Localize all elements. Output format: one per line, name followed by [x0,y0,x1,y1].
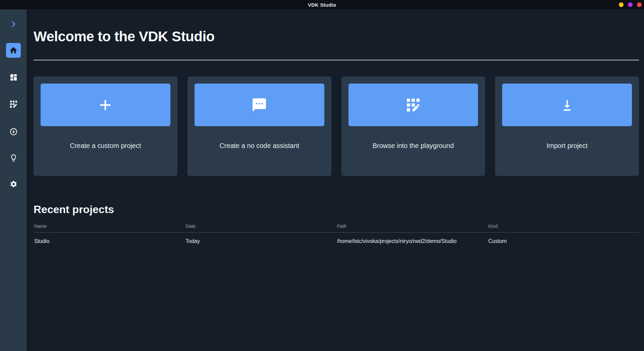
card-label: Browse into the playground [341,142,485,150]
import-project-button[interactable] [502,84,632,126]
recent-projects-table: Name Date Path Kind Studio Today /home/l… [34,216,639,250]
sidebar-item-settings[interactable] [6,177,21,191]
sidebar [0,9,28,351]
title-divider [34,60,639,60]
titlebar: VDK Studio [0,0,644,9]
close-dot[interactable] [637,2,642,7]
app-registration-icon [9,100,18,108]
action-cards: Create a custom project Create a no code… [34,77,639,176]
sidebar-item-models[interactable] [6,97,21,111]
cell-path: /home/loic/vivoka/projects/niryo/ned2/de… [336,238,488,244]
column-header-path: Path [336,223,488,229]
column-header-kind: Kind [488,223,639,229]
window-controls [619,0,642,9]
sidebar-item-home[interactable] [6,43,21,58]
sidebar-expand-button[interactable] [6,17,21,32]
table-row[interactable]: Studio Today /home/loic/vivoka/projects/… [34,233,639,250]
recent-projects-title: Recent projects [34,203,639,216]
main-content: Welcome to the VDK Studio Create a custo… [28,9,644,351]
lightbulb-icon [9,154,18,162]
maximize-dot[interactable] [628,2,633,7]
sidebar-item-dashboard[interactable] [6,70,21,85]
home-icon [9,46,18,55]
app-registration-icon [406,97,421,113]
minimize-dot[interactable] [619,2,624,7]
download-icon [560,98,575,112]
create-no-code-assistant-button[interactable] [195,84,324,126]
card-create-custom-project[interactable]: Create a custom project [34,77,177,176]
cell-kind: Custom [488,238,639,244]
download-circle-icon [9,128,18,136]
card-label: Import project [495,142,639,150]
card-label: Create a no code assistant [187,142,331,150]
table-header-row: Name Date Path Kind [34,216,639,233]
cell-name: Studio [34,238,185,244]
cell-date: Today [185,238,336,244]
sidebar-item-ideas[interactable] [6,150,21,165]
card-import-project[interactable]: Import project [495,77,639,176]
column-header-date: Date [185,223,336,229]
plus-icon [98,97,113,113]
browse-playground-button[interactable] [348,84,478,126]
window-title: VDK Studio [308,2,336,8]
dashboard-icon [9,73,18,82]
app-frame: Welcome to the VDK Studio Create a custo… [0,9,644,351]
gear-icon [10,180,17,188]
chat-icon [251,97,267,113]
sidebar-item-downloads[interactable] [6,124,21,139]
create-custom-project-button[interactable] [41,84,170,126]
card-label: Create a custom project [34,142,177,150]
card-browse-playground[interactable]: Browse into the playground [341,77,485,176]
chevron-right-icon [9,20,17,28]
card-create-no-code-assistant[interactable]: Create a no code assistant [187,77,331,176]
page-title: Welcome to the VDK Studio [34,28,639,45]
column-header-name: Name [34,223,185,229]
